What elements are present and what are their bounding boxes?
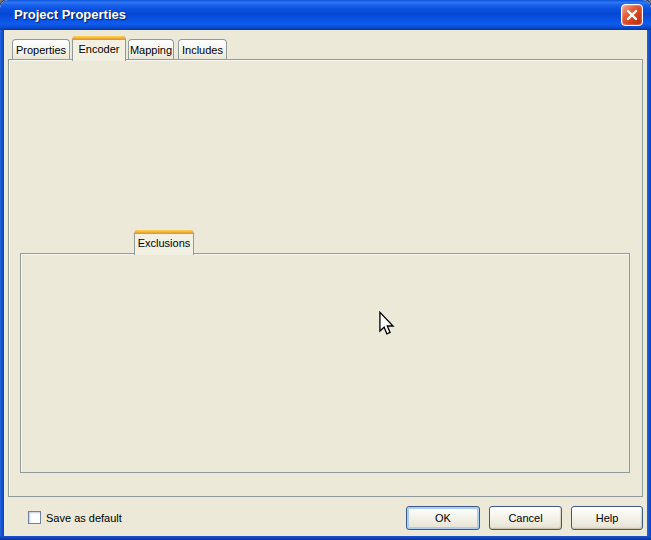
save-as-default-label: Save as default (46, 512, 122, 524)
tab-label: Mapping (130, 44, 172, 56)
button-label: Cancel (508, 512, 542, 524)
exclusions-tab-panel (20, 253, 630, 473)
window-border-left (0, 30, 4, 540)
tab-mapping[interactable]: Mapping (128, 39, 174, 60)
subtab-exclusions[interactable]: Exclusions (134, 230, 194, 255)
subtab-label: Exclusions (138, 237, 191, 249)
close-button[interactable] (621, 4, 643, 26)
help-button[interactable]: Help (571, 506, 643, 530)
tab-label: Includes (182, 44, 223, 56)
button-label: OK (435, 512, 451, 524)
ok-button[interactable]: OK (406, 506, 480, 530)
tab-includes[interactable]: Includes (178, 39, 227, 60)
cancel-button[interactable]: Cancel (489, 506, 562, 530)
tab-encoder[interactable]: Encoder (72, 36, 126, 61)
active-tab-accent (134, 230, 194, 234)
active-tab-accent (72, 36, 126, 40)
button-label: Help (596, 512, 619, 524)
tab-label: Encoder (79, 43, 120, 55)
window-border-bottom (0, 536, 651, 540)
tab-properties[interactable]: Properties (12, 39, 70, 60)
titlebar[interactable]: Project Properties (0, 0, 651, 30)
window-border-right (647, 30, 651, 540)
project-properties-dialog: Project Properties Properties Encoder Ma… (0, 0, 651, 540)
tab-label: Properties (16, 44, 66, 56)
save-as-default-checkbox[interactable] (28, 511, 41, 524)
mouse-cursor (378, 311, 395, 338)
window-title: Project Properties (14, 0, 126, 29)
